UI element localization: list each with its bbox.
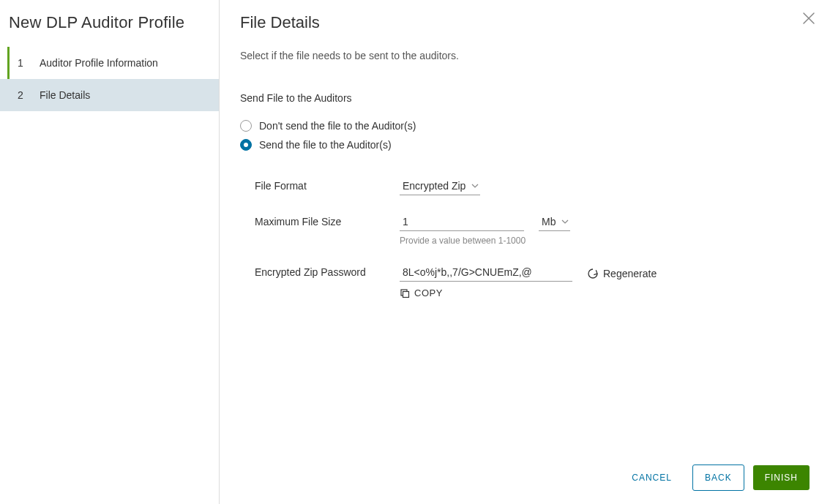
radio-dont-send[interactable]: Don't send the file to the Auditor(s) — [240, 120, 810, 132]
cancel-button[interactable]: CANCEL — [620, 465, 684, 490]
form-grid: File Format Encrypted Zip Maximum File S… — [255, 178, 810, 317]
label-max-size: Maximum File Size — [255, 214, 400, 227]
select-file-format[interactable]: Encrypted Zip — [400, 178, 480, 195]
close-button[interactable] — [802, 12, 815, 25]
page-subtitle: Select if the file needs to be sent to t… — [240, 50, 810, 61]
select-value: Mb — [542, 216, 556, 227]
close-icon — [802, 12, 815, 25]
label-file-format: File Format — [255, 178, 400, 192]
back-button[interactable]: BACK — [692, 464, 744, 491]
section-heading: Send File to the Auditors — [240, 92, 810, 104]
radio-send[interactable]: Send the file to the Auditor(s) — [240, 139, 810, 151]
radio-icon — [240, 139, 252, 151]
wizard-step-1[interactable]: 1 Auditor Profile Information — [0, 47, 219, 79]
label-password: Encrypted Zip Password — [255, 265, 400, 278]
step-number: 1 — [18, 57, 32, 69]
radio-icon — [240, 120, 252, 132]
copy-button[interactable]: COPY — [400, 287, 657, 298]
help-max-size: Provide a value between 1-1000 — [400, 236, 570, 246]
input-password[interactable] — [400, 265, 572, 282]
regenerate-label: Regenerate — [603, 268, 657, 279]
finish-button[interactable]: FINISH — [753, 465, 810, 490]
row-file-format: File Format Encrypted Zip — [255, 178, 810, 195]
wizard-title: New DLP Auditor Profile — [0, 10, 219, 47]
footer: CANCEL BACK FINISH — [240, 451, 810, 504]
row-max-size: Maximum File Size Mb Provide a value bet… — [255, 214, 810, 246]
page-title: File Details — [240, 13, 810, 32]
chevron-down-icon — [561, 219, 569, 224]
main-content: File Details Select if the file needs to… — [220, 0, 830, 504]
wizard-sidebar: New DLP Auditor Profile 1 Auditor Profil… — [0, 0, 220, 504]
step-number: 2 — [18, 89, 32, 101]
chevron-down-icon — [471, 184, 479, 188]
copy-label: COPY — [414, 287, 443, 298]
select-size-unit[interactable]: Mb — [539, 214, 570, 231]
radio-label: Send the file to the Auditor(s) — [259, 139, 392, 151]
copy-icon — [400, 288, 410, 298]
svg-rect-1 — [403, 291, 409, 297]
select-value: Encrypted Zip — [403, 180, 466, 192]
row-password: Encrypted Zip Password Regenerate COPY — [255, 265, 810, 298]
radio-label: Don't send the file to the Auditor(s) — [259, 120, 416, 132]
regenerate-button[interactable]: Regenerate — [587, 268, 657, 279]
input-max-size[interactable] — [400, 214, 524, 231]
step-label: File Details — [40, 89, 90, 101]
wizard-step-2[interactable]: 2 File Details — [0, 79, 219, 111]
step-label: Auditor Profile Information — [40, 57, 158, 69]
refresh-icon — [587, 268, 599, 279]
